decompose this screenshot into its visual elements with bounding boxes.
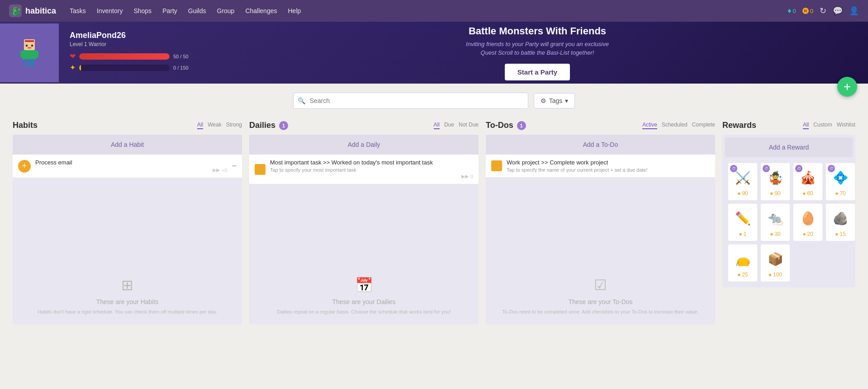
todos-filter-scheduled[interactable]: Scheduled — [662, 122, 688, 129]
start-party-button[interactable]: Start a Party — [505, 64, 570, 80]
list-item[interactable]: 🪨● 15 — [825, 203, 855, 241]
dailies-title: Dailies 1 — [249, 121, 288, 130]
reward-image: 📦 — [764, 248, 786, 270]
list-item[interactable]: ⏱🎪● 60 — [793, 163, 823, 201]
todos-empty-title: These are your To-Dos — [568, 298, 632, 305]
reward-timer-icon: ⏱ — [795, 165, 802, 172]
coin-icon: ● — [768, 272, 772, 278]
habits-filter-weak[interactable]: Weak — [208, 122, 221, 129]
add-daily-button[interactable]: Add a Daily — [249, 135, 479, 155]
list-item[interactable]: 👝● 25 — [728, 244, 758, 282]
nav-challenges[interactable]: Challenges — [245, 7, 277, 14]
rewards-grid: ⏱⚔️● 90⏱🤹● 90⏱🎪● 60⏱💠● 70✏️● 1🐀● 30🥚● 20… — [725, 160, 853, 285]
habits-filters: All Weak Strong — [197, 122, 242, 129]
reward-cost: ● 1 — [739, 231, 747, 237]
dailies-filter-all[interactable]: All — [434, 122, 440, 129]
svg-rect-13 — [28, 47, 31, 48]
nav-guilds[interactable]: Guilds — [188, 7, 206, 14]
svg-text:🐉: 🐉 — [11, 6, 21, 16]
logo-icon: 🐉 — [9, 5, 22, 17]
profile-icon[interactable]: 👤 — [849, 6, 859, 16]
logo[interactable]: 🐉 habitica — [9, 5, 56, 17]
nav-tasks[interactable]: Tasks — [70, 7, 86, 14]
add-todo-button[interactable]: Add a To-Do — [486, 135, 715, 155]
messages-icon[interactable]: 💬 — [833, 6, 843, 16]
xp-icon: ✦ — [70, 63, 76, 72]
search-icon: 🔍 — [298, 97, 305, 104]
todos-header: To-Dos 1 Active Scheduled Complete — [486, 121, 715, 130]
rewards-filter-wishlist[interactable]: Wishlist — [837, 122, 855, 129]
daily-score-arrows: ▶▶ — [461, 173, 469, 179]
svg-rect-3 — [25, 40, 27, 42]
coin-icon: ● — [770, 190, 773, 197]
list-item[interactable]: 🥚● 20 — [793, 203, 823, 241]
avatar-sprite — [11, 35, 47, 71]
list-item[interactable]: ⏱⚔️● 90 — [728, 163, 758, 201]
gold-count[interactable]: N 0 — [802, 8, 813, 14]
reward-timer-icon: ⏱ — [730, 165, 737, 172]
rewards-column: Rewards All Custom Wishlist Add a Reward… — [719, 118, 859, 335]
dailies-filters: All Due Not Due — [434, 122, 479, 129]
dailies-filter-notdue[interactable]: Not Due — [459, 122, 479, 129]
nav-inventory[interactable]: Inventory — [97, 7, 123, 14]
todos-title: To-Dos 1 — [486, 121, 526, 130]
gem-count[interactable]: ♦ 0 — [787, 7, 796, 15]
chevron-down-icon: ▾ — [565, 97, 568, 104]
daily-task-sub: Tap to specify your most important task — [270, 167, 473, 173]
habit-score-value: +0 — [222, 168, 228, 173]
gem-icon: ♦ — [787, 7, 791, 15]
nav-shops[interactable]: Shops — [133, 7, 152, 14]
nav-help[interactable]: Help — [288, 7, 301, 14]
coin-icon: ● — [739, 231, 742, 237]
coin-icon: ● — [835, 231, 838, 237]
habit-minus-button[interactable]: − — [232, 161, 237, 171]
daily-checkbox[interactable] — [255, 164, 266, 175]
list-item[interactable]: 📦● 100 — [760, 244, 790, 282]
list-item[interactable]: ⏱🤹● 90 — [760, 163, 790, 201]
dailies-task-area: Add a Daily Most important task >> Worke… — [249, 135, 479, 324]
rewards-area: Add a Reward ⏱⚔️● 90⏱🤹● 90⏱🎪● 60⏱💠● 70✏️… — [722, 135, 855, 287]
reward-cost: ● 90 — [737, 190, 748, 197]
rewards-filter-custom[interactable]: Custom — [813, 122, 832, 129]
list-item[interactable]: 🐀● 30 — [760, 203, 790, 241]
hp-row: ❤ 50 / 50 — [70, 52, 196, 61]
habits-header: Habits All Weak Strong — [13, 121, 242, 130]
list-item[interactable]: ✏️● 1 — [728, 203, 758, 241]
habits-empty-state: ⊞ These are your Habits Habits don't hav… — [13, 178, 242, 324]
nav-right: ♦ 0 N 0 ↻ 💬 👤 — [787, 6, 859, 16]
habits-filter-strong[interactable]: Strong — [226, 122, 242, 129]
add-task-fab[interactable]: + — [837, 77, 857, 97]
nav-party[interactable]: Party — [162, 7, 177, 14]
add-reward-button[interactable]: Add a Reward — [725, 137, 853, 157]
reward-timer-icon: ⏱ — [763, 165, 770, 172]
habits-empty-title: These are your Habits — [96, 298, 159, 305]
dailies-empty-icon: 📅 — [355, 277, 373, 294]
todo-task-sub: Tap to specify the name of your current … — [507, 167, 710, 173]
tags-button[interactable]: ⚙ Tags ▾ — [534, 93, 575, 108]
rewards-title: Rewards — [722, 121, 756, 130]
habits-filter-all[interactable]: All — [197, 122, 203, 129]
nav-links: Tasks Inventory Shops Party Guilds Group… — [70, 7, 787, 14]
todos-filter-complete[interactable]: Complete — [692, 122, 715, 129]
reward-image: 🥚 — [797, 207, 819, 229]
todo-checkbox[interactable] — [491, 160, 502, 171]
xp-bar-bg — [79, 65, 170, 71]
refresh-icon[interactable]: ↻ — [820, 6, 826, 16]
logo-text: habitica — [25, 6, 56, 16]
nav-group[interactable]: Group — [217, 7, 235, 14]
todos-filter-active[interactable]: Active — [642, 122, 657, 129]
add-habit-button[interactable]: Add a Habit — [13, 135, 242, 155]
habits-empty-icon: ⊞ — [121, 277, 133, 294]
table-row: Most important task >> Worked on today's… — [249, 155, 479, 184]
svg-rect-4 — [27, 40, 32, 42]
svg-rect-12 — [31, 45, 33, 47]
search-input[interactable] — [293, 93, 528, 109]
search-area: 🔍 ⚙ Tags ▾ — [0, 84, 868, 113]
dailies-filter-due[interactable]: Due — [444, 122, 454, 129]
habit-plus-button[interactable]: + — [18, 160, 31, 173]
habits-empty-desc: Habits don't have a rigid schedule. You … — [38, 308, 217, 316]
habits-column: Habits All Weak Strong Add a Habit + Pro… — [9, 118, 246, 335]
list-item[interactable]: ⏱💠● 70 — [825, 163, 855, 201]
rewards-filter-all[interactable]: All — [803, 122, 809, 129]
svg-rect-9 — [25, 59, 28, 66]
